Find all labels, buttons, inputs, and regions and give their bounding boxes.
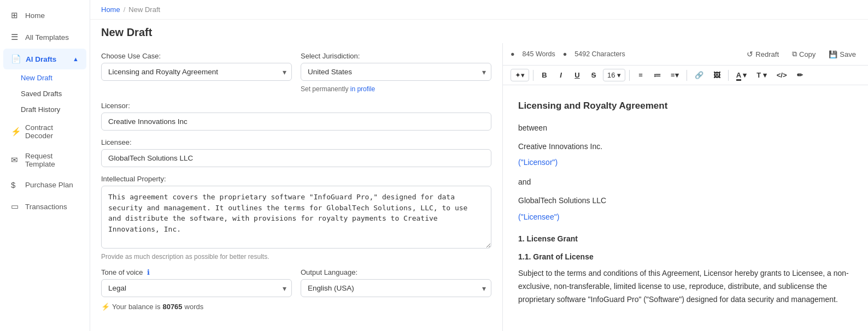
italic-btn[interactable]: I xyxy=(554,69,568,81)
licensor-name: Creative Innovations Inc. xyxy=(518,140,853,153)
content-panes: Choose Use Case: Licensing and Royalty A… xyxy=(90,43,868,331)
breadcrumb-home[interactable]: Home xyxy=(101,5,120,14)
save-button[interactable]: 💾 Save xyxy=(824,48,860,61)
bold-btn[interactable]: B xyxy=(537,69,552,81)
licensee-input[interactable] xyxy=(101,149,491,167)
licensor-role: ("Licensor") xyxy=(518,156,853,169)
output-lang-select[interactable]: English (USA) Spanish French xyxy=(301,279,491,297)
redraft-icon: ↺ xyxy=(747,50,753,58)
section11-title: 1.1. Grant of License xyxy=(518,251,853,264)
document-icon: 📄 xyxy=(11,54,21,64)
dollar-icon: $ xyxy=(11,180,21,190)
balance-amount: 80765 xyxy=(162,303,182,311)
section1-title: 1. License Grant xyxy=(518,233,853,246)
redraft-button[interactable]: ↺ Redraft xyxy=(742,48,783,61)
toolbar-sep-3 xyxy=(687,70,687,81)
font-size-btn[interactable]: 16 ▾ xyxy=(603,69,625,81)
sidebar-item-purchase-plan-label: Purchase Plan xyxy=(25,181,73,189)
sidebar-item-saved-drafts[interactable]: Saved Drafts xyxy=(15,86,90,102)
sidebar-item-request-template[interactable]: ✉ Request Template xyxy=(3,146,86,174)
text-format-btn[interactable]: T ▾ xyxy=(753,69,771,81)
tone-select-wrap: Legal Formal Neutral xyxy=(101,279,292,297)
licensee-name: GlobalTech Solutions LLC xyxy=(518,194,853,208)
sidebar-item-ai-drafts[interactable]: 📄 AI Drafts ▲ xyxy=(3,49,86,69)
sidebar-item-purchase-plan[interactable]: $ Purchase Plan xyxy=(3,175,86,195)
sidebar-item-contract-decoder-label: Contract Decoder xyxy=(25,123,79,140)
licensor-label: Licensor: xyxy=(101,102,491,110)
align-btn[interactable]: ≡▾ xyxy=(667,69,683,81)
ip-textarea[interactable]: This agreement covers the proprietary so… xyxy=(101,186,491,249)
preview-actions: ↺ Redraft ⧉ Copy 💾 Save xyxy=(742,48,860,61)
sidebar-item-new-draft-label: New Draft xyxy=(21,74,52,82)
chars-count: 5492 Characters xyxy=(574,50,625,58)
contract-title: Licensing and Royalty Agreement xyxy=(518,98,853,114)
breadcrumb-separator: / xyxy=(124,5,126,14)
sidebar-item-request-template-label: Request Template xyxy=(25,152,79,168)
sidebar-item-all-templates[interactable]: ☰ All Templates xyxy=(3,27,86,48)
list-icon: ☰ xyxy=(11,32,21,42)
underline-btn[interactable]: U xyxy=(570,69,584,81)
use-case-jurisdiction-row: Choose Use Case: Licensing and Royalty A… xyxy=(101,52,491,93)
magic-btn[interactable]: ✦▾ xyxy=(511,69,529,81)
image-btn[interactable]: 🖼 xyxy=(709,69,724,81)
breadcrumb-current: New Draft xyxy=(128,5,160,14)
highlight-btn[interactable]: ✏ xyxy=(793,69,807,81)
breadcrumb: Home / New Draft xyxy=(90,0,868,20)
output-lang-select-wrap: English (USA) Spanish French xyxy=(301,279,491,297)
sidebar-item-contract-decoder[interactable]: ⚡ Contract Decoder xyxy=(3,118,86,145)
sidebar-item-home-label: Home xyxy=(25,11,45,20)
save-icon: 💾 xyxy=(829,50,837,58)
sidebar-item-transactions[interactable]: ▭ Transactions xyxy=(3,196,86,217)
sidebar-item-home[interactable]: ⊞ Home xyxy=(3,5,86,26)
licensor-input[interactable] xyxy=(101,113,491,131)
strikethrough-btn[interactable]: S xyxy=(587,69,601,81)
contract-between: between xyxy=(518,122,853,135)
chevron-up-icon: ▲ xyxy=(73,56,79,62)
font-color-btn[interactable]: A ▾ xyxy=(732,69,751,81)
sidebar-item-all-templates-label: All Templates xyxy=(25,33,69,42)
lightning-icon: ⚡ xyxy=(11,127,21,137)
jurisdiction-profile-link[interactable]: in profile xyxy=(350,85,375,93)
sidebar: ⊞ Home ☰ All Templates 📄 AI Drafts ▲ New… xyxy=(0,0,90,331)
jurisdiction-hint: Set permanently in profile xyxy=(301,85,491,93)
jurisdiction-select-wrap: United States United Kingdom Canada xyxy=(301,63,491,81)
preview-meta: ● 845 Words ● 5492 Characters xyxy=(511,50,739,58)
sidebar-item-saved-drafts-label: Saved Drafts xyxy=(21,90,62,98)
sidebar-item-new-draft[interactable]: New Draft xyxy=(15,70,90,86)
preview-pane: ● 845 Words ● 5492 Characters ↺ Redraft … xyxy=(503,43,868,331)
preview-meta-bar: ● 845 Words ● 5492 Characters ↺ Redraft … xyxy=(503,43,868,66)
ip-group: Intellectual Property: This agreement co… xyxy=(101,175,491,261)
copy-button[interactable]: ⧉ Copy xyxy=(788,48,820,61)
ip-hint: Provide as much description as possible … xyxy=(101,253,491,261)
tone-group: Tone of voice ℹ Legal Formal Neutral xyxy=(101,268,292,297)
section11-text: Subject to the terms and conditions of t… xyxy=(518,267,853,306)
use-case-label: Choose Use Case: xyxy=(101,52,292,60)
bullet-list-btn[interactable]: ≡ xyxy=(634,69,648,81)
jurisdiction-select[interactable]: United States United Kingdom Canada xyxy=(301,63,491,81)
licensee-label: Licensee: xyxy=(101,138,491,146)
words-dot: ● xyxy=(511,50,515,58)
home-icon: ⊞ xyxy=(11,10,21,20)
sidebar-item-draft-history[interactable]: Draft History xyxy=(15,102,90,117)
licensee-role: ("Licensee") xyxy=(518,211,853,224)
use-case-select-wrap: Licensing and Royalty Agreement NDA Agre… xyxy=(101,63,292,81)
code-btn[interactable]: </> xyxy=(773,69,791,81)
preview-content: Licensing and Royalty Agreement between … xyxy=(503,85,868,331)
link-btn[interactable]: 🔗 xyxy=(691,69,707,81)
tone-select[interactable]: Legal Formal Neutral xyxy=(101,279,292,297)
lightning-balance-icon: ⚡ xyxy=(101,303,110,311)
envelope-icon: ✉ xyxy=(11,155,21,165)
form-pane: Choose Use Case: Licensing and Royalty A… xyxy=(90,43,503,331)
contract-and: and xyxy=(518,176,853,189)
editor-toolbar: ✦▾ B I U S 16 ▾ ≡ ≔ ≡▾ 🔗 🖼 A ▾ T ▾ </> ✏ xyxy=(503,66,868,85)
page-title: New Draft xyxy=(90,20,868,43)
words-count: 845 Words xyxy=(523,50,555,58)
tone-output-row: Tone of voice ℹ Legal Formal Neutral Out… xyxy=(101,268,491,297)
use-case-select[interactable]: Licensing and Royalty Agreement NDA Agre… xyxy=(101,63,292,81)
ip-label: Intellectual Property: xyxy=(101,175,491,183)
licensee-group: Licensee: xyxy=(101,138,491,167)
ordered-list-btn[interactable]: ≔ xyxy=(650,69,665,81)
toolbar-sep-1 xyxy=(533,70,533,81)
main-content: Home / New Draft New Draft Choose Use Ca… xyxy=(90,0,868,331)
licensor-group: Licensor: xyxy=(101,102,491,131)
